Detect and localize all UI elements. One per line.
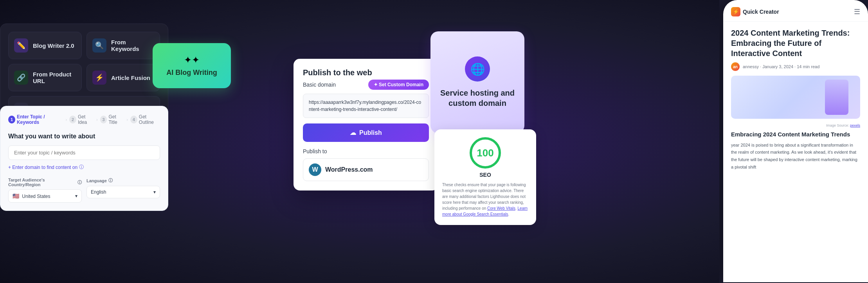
info-icon-country: ⓘ bbox=[77, 180, 82, 185]
audience-section: Target Audience's Country/Region ⓘ 🇺🇸 Un… bbox=[8, 178, 160, 203]
steps-bar: 1 Enter Topic / Keywords › 2 Get Idea › … bbox=[8, 114, 160, 125]
step-3-num: 3 bbox=[100, 116, 107, 123]
core-web-vitals-link[interactable]: Core Web Vitals bbox=[487, 206, 515, 210]
phone-content: 2024 Content Marketing Trends: Embracing… bbox=[723, 22, 868, 177]
from-product-url-icon: 🔗 bbox=[14, 71, 28, 85]
blog-date: January 3, 2024 bbox=[762, 64, 793, 69]
country-value: United States bbox=[22, 194, 50, 199]
language-group: Language ⓘ English ▾ bbox=[86, 178, 160, 203]
sparkle-icon: ✦✦ bbox=[184, 54, 200, 65]
menu-item-article-fusion-label: Article Fusion bbox=[111, 74, 150, 81]
step-1-label: Enter Topic / Keywords bbox=[17, 114, 63, 125]
phone-logo: ⚡ Quick Creator bbox=[731, 7, 779, 16]
language-label: Language ⓘ bbox=[86, 178, 160, 183]
globe-icon: 🌐 bbox=[465, 56, 490, 82]
basic-domain-row: Basic domain ✦ Set Custom Domain bbox=[303, 80, 429, 90]
blog-read-time: 14 min read bbox=[797, 64, 819, 69]
info-icon-language: ⓘ bbox=[108, 178, 113, 183]
language-value: English bbox=[91, 189, 106, 195]
seo-score-circle: 100 bbox=[470, 137, 501, 169]
chevron-down-icon-lang: ▾ bbox=[153, 189, 156, 195]
wordpress-row[interactable]: W WordPress.com bbox=[303, 158, 429, 181]
ai-blog-writing-card[interactable]: ✦✦ AI Blog Writing bbox=[153, 43, 231, 88]
wordpress-label: WordPress.com bbox=[325, 166, 373, 173]
phone-mockup: ⚡ Quick Creator ☰ 2024 Content Marketing… bbox=[719, 0, 868, 283]
phone-menu-icon[interactable]: ☰ bbox=[854, 7, 860, 16]
seo-label: SEO bbox=[442, 172, 528, 178]
seo-score-value: 100 bbox=[477, 147, 493, 159]
from-keywords-icon: 🔍 bbox=[92, 38, 106, 53]
step-1: 1 Enter Topic / Keywords bbox=[8, 114, 63, 125]
step-3-label: Get Title bbox=[108, 114, 124, 125]
step-4-label: Get Outline bbox=[139, 114, 160, 125]
step-2-label: Get Idea bbox=[78, 114, 94, 125]
us-flag: 🇺🇸 bbox=[13, 193, 19, 199]
menu-item-from-product-url-label: From Product URL bbox=[33, 71, 76, 84]
menu-item-from-product-url[interactable]: 🔗 From Product URL bbox=[8, 64, 82, 91]
chevron-down-icon: ▾ bbox=[75, 193, 77, 199]
publish-panel: Publish to the web Basic domain ✦ Set Cu… bbox=[294, 59, 438, 190]
seo-description: These checks ensure that your page is fo… bbox=[442, 182, 528, 217]
phone-logo-text: Quick Creator bbox=[743, 9, 779, 15]
country-region-group: Target Audience's Country/Region ⓘ 🇺🇸 Un… bbox=[8, 178, 82, 203]
info-icon: ⓘ bbox=[79, 164, 84, 171]
publish-title: Publish to the web bbox=[303, 68, 429, 77]
phone-header: ⚡ Quick Creator ☰ bbox=[723, 0, 868, 22]
menu-item-from-keywords[interactable]: 🔍 From Keywords bbox=[86, 32, 160, 59]
seo-score-card: 100 SEO These checks ensure that your pa… bbox=[434, 129, 536, 225]
image-source: Image Source: pexels bbox=[731, 123, 860, 127]
blog-featured-image bbox=[731, 76, 860, 119]
language-select[interactable]: English ▾ bbox=[86, 186, 160, 198]
domain-link-text: + Enter domain to find content on bbox=[8, 165, 77, 170]
basic-domain-label: Basic domain bbox=[303, 82, 336, 88]
step-3: 3 Get Title bbox=[100, 114, 124, 125]
publish-to-label: Publish to bbox=[303, 148, 429, 154]
menu-item-blog-writer[interactable]: ✏️ Blog Writer 2.0 bbox=[8, 32, 82, 59]
step-4-num: 4 bbox=[130, 116, 137, 123]
blog-meta-text: annessy · January 3, 2024 · 14 min read bbox=[743, 64, 819, 69]
topic-panel: 1 Enter Topic / Keywords › 2 Get Idea › … bbox=[0, 106, 168, 211]
blog-image-figure bbox=[825, 80, 848, 115]
step-4: 4 Get Outline bbox=[130, 114, 160, 125]
blog-body-text: year 2024 is poised to bring about a sig… bbox=[731, 142, 860, 171]
ai-card-title: AI Blog Writing bbox=[166, 69, 217, 77]
publish-button[interactable]: ☁ Publish bbox=[303, 123, 429, 142]
service-card-title: Service hosting and custom domain bbox=[440, 88, 515, 108]
blog-section-title: Embracing 2024 Content Marketing Trends bbox=[731, 131, 860, 138]
upload-icon: ☁ bbox=[350, 129, 356, 136]
step-2-num: 2 bbox=[69, 116, 76, 123]
image-source-link[interactable]: pexels bbox=[850, 123, 860, 127]
menu-item-article-fusion[interactable]: ⚡ Article Fusion bbox=[86, 64, 160, 91]
step-1-num: 1 bbox=[8, 116, 15, 123]
blog-writer-icon: ✏️ bbox=[14, 38, 28, 53]
topic-keywords-input[interactable] bbox=[8, 145, 160, 160]
quick-creator-logo-icon: ⚡ bbox=[731, 7, 740, 16]
blog-title: 2024 Content Marketing Trends: Embracing… bbox=[731, 28, 860, 58]
topic-heading: What you want to write about bbox=[8, 133, 160, 140]
domain-link[interactable]: + Enter domain to find content on ⓘ bbox=[8, 164, 160, 171]
article-fusion-icon: ⚡ bbox=[92, 71, 106, 85]
blog-author-avatar: an bbox=[731, 62, 740, 71]
country-select[interactable]: 🇺🇸 United States ▾ bbox=[8, 189, 82, 203]
step-2: 2 Get Idea bbox=[69, 114, 94, 125]
blog-author: annessy bbox=[743, 64, 759, 69]
menu-item-from-keywords-label: From Keywords bbox=[111, 39, 154, 52]
set-custom-domain-button[interactable]: ✦ Set Custom Domain bbox=[368, 80, 429, 90]
phone-device: ⚡ Quick Creator ☰ 2024 Content Marketing… bbox=[723, 0, 868, 282]
country-label: Target Audience's Country/Region ⓘ bbox=[8, 178, 82, 187]
wordpress-icon: W bbox=[309, 163, 321, 176]
blog-meta: an annessy · January 3, 2024 · 14 min re… bbox=[731, 62, 860, 71]
service-hosting-card: 🌐 Service hosting and custom domain bbox=[430, 31, 524, 133]
menu-item-blog-writer-label: Blog Writer 2.0 bbox=[33, 42, 74, 49]
publish-button-label: Publish bbox=[359, 129, 382, 136]
publish-url-display: https://aaaaparrk3w3nf7y.mylandingpages.… bbox=[303, 94, 429, 118]
